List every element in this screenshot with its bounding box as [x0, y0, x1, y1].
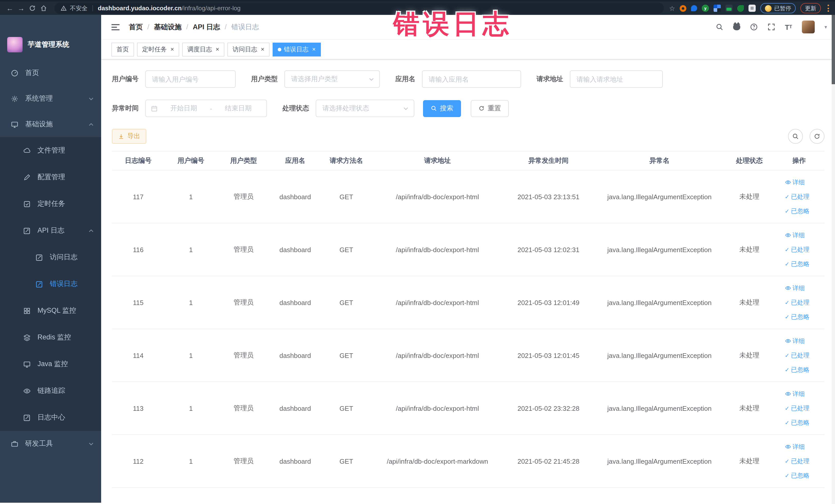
close-icon[interactable]: ×	[170, 46, 174, 53]
cell-exception-time: 2021-05-03 12:01:49	[503, 276, 594, 329]
app-name-input[interactable]	[422, 70, 521, 88]
cell-process-status: 未处理	[725, 276, 774, 329]
mark-ignored-link[interactable]: ✓已忽略	[785, 207, 809, 216]
fullscreen-icon[interactable]	[768, 23, 775, 31]
sidebar-item-config-management[interactable]: 配置管理	[0, 164, 101, 190]
detail-link[interactable]: 详细	[785, 178, 805, 187]
sidebar-item-infrastructure[interactable]: 基础设施	[0, 112, 101, 137]
bookmark-star-icon[interactable]: ☆	[669, 4, 675, 12]
sidebar-item-api-log[interactable]: API 日志	[0, 217, 101, 244]
mark-processed-link[interactable]: ✓已处理	[785, 298, 809, 307]
sidebar-item-redis-monitor[interactable]: Redis 监控	[0, 324, 101, 351]
scrollbar-thumb[interactable]	[832, 15, 835, 84]
chrome-update-button[interactable]: 更新	[800, 3, 821, 13]
mark-processed-link[interactable]: ✓已处理	[785, 457, 809, 465]
sidebar-item-dev-tools[interactable]: 研发工具	[0, 431, 101, 457]
tab-error-log[interactable]: 错误日志 ×	[272, 42, 321, 56]
github-icon[interactable]	[733, 24, 740, 30]
mark-ignored-link[interactable]: ✓已忽略	[785, 418, 809, 427]
profile-paused-chip[interactable]: 已暂停	[760, 3, 796, 13]
breadcrumb-item[interactable]: 首页	[129, 22, 143, 32]
detail-link[interactable]: 详细	[785, 389, 805, 398]
breadcrumb-item[interactable]: API 日志	[193, 22, 220, 32]
sidebar-item-system-management[interactable]: 系统管理	[0, 86, 101, 112]
help-icon[interactable]	[750, 23, 758, 31]
sidebar-item-file-management[interactable]: 文件管理	[0, 137, 101, 164]
sidebar-toggle-icon[interactable]	[111, 24, 120, 30]
sidebar-item-log-center[interactable]: 日志中心	[0, 404, 101, 431]
extensions-puzzle-icon[interactable]	[749, 5, 756, 12]
sidebar-item-trace[interactable]: 链路追踪	[0, 378, 101, 404]
extension-icon-blue-drop[interactable]	[691, 5, 697, 11]
toggle-search-button[interactable]	[788, 129, 803, 144]
font-size-icon[interactable]: TT	[785, 23, 792, 31]
request-url-input[interactable]	[570, 70, 663, 88]
app-logo[interactable]: 芋道管理系统	[0, 15, 101, 60]
exception-time-range-picker[interactable]: 开始日期 - 结束日期	[145, 100, 267, 117]
mark-ignored-link[interactable]: ✓已忽略	[785, 365, 809, 374]
close-icon[interactable]: ×	[216, 46, 219, 53]
tab-timed-task[interactable]: 定时任务 ×	[137, 42, 179, 56]
search-button[interactable]: 搜索	[423, 100, 461, 117]
user-type-select[interactable]: 请选择用户类型	[284, 70, 380, 88]
detail-link[interactable]: 详细	[785, 442, 805, 451]
edit-square-icon	[23, 414, 31, 421]
eye-icon	[785, 232, 791, 238]
extension-icon-switch-on[interactable]	[726, 5, 733, 12]
detail-link[interactable]: 详细	[785, 231, 805, 240]
cell-log-id: 117	[112, 170, 165, 223]
search-icon[interactable]	[716, 23, 724, 31]
col-method: 请求方法名	[321, 151, 372, 170]
sidebar-item-java-monitor[interactable]: Java 监控	[0, 351, 101, 378]
forward-icon[interactable]: →	[15, 2, 27, 14]
mark-ignored-link[interactable]: ✓已忽略	[785, 260, 809, 268]
mark-ignored-link[interactable]: ✓已忽略	[785, 313, 809, 321]
extension-icon-grid[interactable]	[714, 5, 721, 12]
back-icon[interactable]: ←	[4, 2, 15, 14]
tab-home[interactable]: 首页	[111, 42, 134, 56]
avatar-caret-icon[interactable]: ▾	[824, 24, 827, 30]
sidebar-item-error-log[interactable]: 错误日志	[0, 270, 101, 297]
mark-processed-link[interactable]: ✓已处理	[785, 192, 809, 201]
tab-access-log[interactable]: 访问日志 ×	[227, 42, 269, 56]
mark-processed-link[interactable]: ✓已处理	[785, 245, 809, 254]
home-icon[interactable]	[38, 2, 49, 14]
extension-icon-green-y[interactable]: y	[702, 5, 709, 12]
logo-image	[7, 37, 23, 53]
chevron-down-icon	[369, 76, 374, 82]
sidebar-item-home[interactable]: 首页	[0, 60, 101, 86]
scrollbar[interactable]	[832, 15, 835, 504]
reload-icon[interactable]	[27, 2, 38, 14]
cell-user-type: 管理员	[217, 329, 270, 382]
mark-processed-link[interactable]: ✓已处理	[785, 404, 809, 412]
cell-process-status: 未处理	[725, 329, 774, 382]
refresh-table-button[interactable]	[810, 129, 824, 144]
sidebar-item-mysql-monitor[interactable]: MySQL 监控	[0, 297, 101, 324]
check-icon: ✓	[785, 261, 789, 267]
breadcrumb-item[interactable]: 基础设施	[154, 22, 182, 32]
profile-avatar-emoji	[765, 5, 772, 12]
sidebar-item-scheduled-jobs[interactable]: 定时任务	[0, 190, 101, 217]
extension-icon-orange[interactable]	[680, 5, 686, 12]
detail-link[interactable]: 详细	[785, 337, 805, 345]
edit-pencil-icon	[23, 173, 31, 181]
cell-user-type: 管理员	[217, 435, 270, 488]
mark-processed-link[interactable]: ✓已处理	[785, 351, 809, 360]
gear-icon	[10, 95, 19, 102]
detail-link[interactable]: 详细	[785, 284, 805, 293]
reset-button[interactable]: 重置	[471, 100, 509, 117]
cell-app-name: dashboard	[270, 170, 320, 223]
close-icon[interactable]: ×	[261, 46, 264, 53]
paused-label: 已暂停	[774, 4, 791, 12]
process-status-select[interactable]: 请选择处理状态	[316, 100, 414, 117]
export-button[interactable]: 导出	[112, 129, 146, 144]
tab-schedule-log[interactable]: 调度日志 ×	[182, 42, 224, 56]
user-avatar[interactable]	[802, 21, 815, 33]
mark-ignored-link[interactable]: ✓已忽略	[785, 471, 809, 480]
user-id-input[interactable]	[145, 70, 236, 88]
close-icon[interactable]: ×	[312, 46, 316, 53]
chrome-menu-icon[interactable]	[826, 5, 831, 12]
address-bar[interactable]: 不安全 dashboard.yudao.iocoder.cn/infra/log…	[55, 3, 664, 14]
sidebar-item-access-log[interactable]: 访问日志	[0, 244, 101, 270]
extension-icon-leaf[interactable]	[737, 5, 744, 12]
